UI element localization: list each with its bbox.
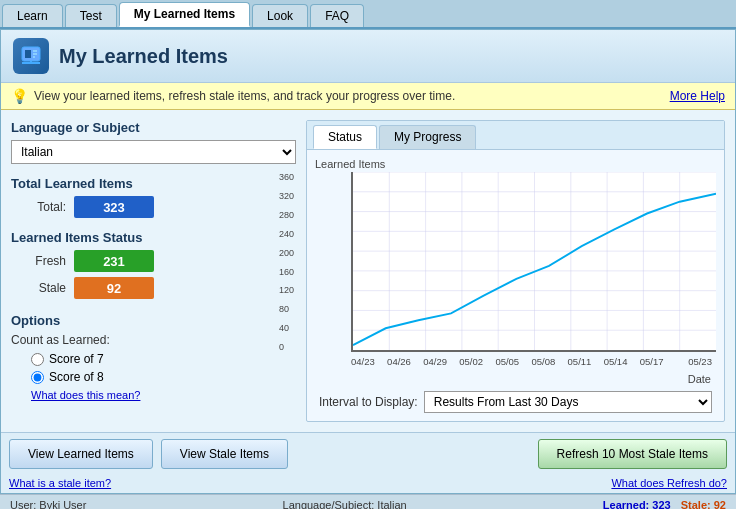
learned-value: 323 <box>652 499 670 509</box>
svg-rect-3 <box>25 50 31 58</box>
interval-row: Interval to Display: Results From Last 3… <box>315 391 716 413</box>
score8-label: Score of 8 <box>49 370 104 384</box>
more-help-link[interactable]: More Help <box>670 89 725 103</box>
page-title: My Learned Items <box>59 45 228 68</box>
options-section: Options Count as Learned: Score of 7 Sco… <box>11 313 296 402</box>
x-axis-title: Date <box>315 373 711 385</box>
score7-label: Score of 7 <box>49 352 104 366</box>
right-panel: Status My Progress Learned Items 0 40 80… <box>306 120 725 422</box>
body-area: Language or Subject Italian Total Learne… <box>1 110 735 432</box>
status-right: Learned: 323 Stale: 92 <box>603 499 726 509</box>
status-language: Language/Subject: Italian <box>283 499 407 509</box>
date-0423: 04/23 <box>351 356 375 367</box>
page-header: My Learned Items <box>1 30 735 83</box>
info-bar: 💡 View your learned items, refresh stale… <box>1 83 735 110</box>
total-section: Total Learned Items Total: 323 <box>11 176 296 218</box>
fresh-value-bar: 231 <box>74 250 154 272</box>
view-stale-button[interactable]: View Stale Items <box>161 439 288 469</box>
chart-label: Learned Items <box>315 158 716 170</box>
score7-row: Score of 7 <box>31 352 296 366</box>
y-axis: 0 40 80 120 160 200 240 280 320 360 <box>279 172 294 352</box>
tab-test[interactable]: Test <box>65 4 117 27</box>
date-0514: 05/14 <box>604 356 628 367</box>
status-bar: User: Byki User Language/Subject: Italia… <box>0 494 736 509</box>
status-learned: Learned: 323 <box>603 499 671 509</box>
score8-radio[interactable] <box>31 371 44 384</box>
date-0429: 04/29 <box>423 356 447 367</box>
btn-group-left: View Learned Items View Stale Items <box>9 439 288 469</box>
total-row: Total: 323 <box>11 196 296 218</box>
stale-row: Stale 92 <box>11 277 296 299</box>
status-title: Learned Items Status <box>11 230 296 245</box>
info-bar-message: View your learned items, refresh stale i… <box>34 89 455 103</box>
date-0508: 05/08 <box>531 356 555 367</box>
language-select[interactable]: Italian <box>11 140 296 164</box>
interval-label: Interval to Display: <box>319 395 418 409</box>
view-learned-button[interactable]: View Learned Items <box>9 439 153 469</box>
sub-tabs: Status My Progress <box>307 121 724 150</box>
date-0502: 05/02 <box>459 356 483 367</box>
status-section: Learned Items Status Fresh 231 Stale 92 <box>11 230 296 299</box>
fresh-label: Fresh <box>11 254 66 268</box>
bottom-buttons: View Learned Items View Stale Items Refr… <box>1 432 735 475</box>
tab-my-learned-items[interactable]: My Learned Items <box>119 2 250 27</box>
date-0511: 05/11 <box>568 356 592 367</box>
fresh-row: Fresh 231 <box>11 250 296 272</box>
chart-area: Learned Items 0 40 80 120 160 200 240 28… <box>307 150 724 421</box>
score8-row: Score of 8 <box>31 370 296 384</box>
total-label: Total Learned Items <box>11 176 296 191</box>
page-icon <box>13 38 49 74</box>
options-title: Options <box>11 313 296 328</box>
chart-wrapper: 0 40 80 120 160 200 240 280 320 360 <box>315 172 716 352</box>
status-user: User: Byki User <box>10 499 86 509</box>
interval-select[interactable]: Results From Last 30 Days <box>424 391 712 413</box>
stale-info-link[interactable]: What is a stale item? <box>9 477 111 489</box>
date-0517: 05/17 <box>640 356 664 367</box>
stale-status-value: 92 <box>714 499 726 509</box>
x-labels: 04/23 04/26 04/29 05/02 05/05 05/08 05/1… <box>315 356 716 367</box>
count-as-learned-label: Count as Learned: <box>11 333 296 347</box>
date-0426: 04/26 <box>387 356 411 367</box>
chart-container <box>351 172 716 352</box>
language-subject-label: Language or Subject <box>11 120 296 135</box>
sub-tab-my-progress[interactable]: My Progress <box>379 125 476 149</box>
sub-tab-status[interactable]: Status <box>313 125 377 149</box>
date-0523: 05/23 <box>688 356 712 367</box>
what-link[interactable]: What does this mean? <box>31 389 140 401</box>
stale-value-bar: 92 <box>74 277 154 299</box>
refresh-button[interactable]: Refresh 10 Most Stale Items <box>538 439 727 469</box>
total-text-label: Total: <box>11 200 66 214</box>
stale-label: Stale <box>11 281 66 295</box>
total-value-bar: 323 <box>74 196 154 218</box>
refresh-info-link[interactable]: What does Refresh do? <box>611 477 727 489</box>
tab-faq[interactable]: FAQ <box>310 4 364 27</box>
info-bar-text: 💡 View your learned items, refresh stale… <box>11 88 455 104</box>
status-stale: Stale: 92 <box>681 499 726 509</box>
stale-status-label: Stale: <box>681 499 711 509</box>
tab-learn[interactable]: Learn <box>2 4 63 27</box>
left-panel: Language or Subject Italian Total Learne… <box>11 120 296 422</box>
date-0505: 05/05 <box>495 356 519 367</box>
main-content: My Learned Items 💡 View your learned ite… <box>0 29 736 494</box>
learned-label: Learned: <box>603 499 649 509</box>
tab-bar: Learn Test My Learned Items Look FAQ <box>0 0 736 29</box>
bottom-links: What is a stale item? What does Refresh … <box>1 475 735 493</box>
tab-look[interactable]: Look <box>252 4 308 27</box>
score7-radio[interactable] <box>31 353 44 366</box>
info-icon: 💡 <box>11 88 28 104</box>
